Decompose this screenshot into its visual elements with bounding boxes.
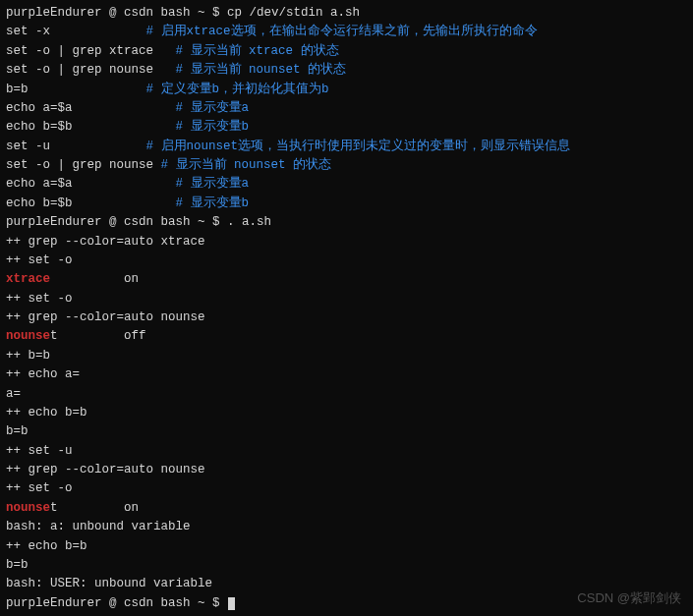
output-line: b=b [6, 422, 687, 441]
script-line: set -o | grep nounse # 显示当前 nounset 的状态 [6, 156, 687, 175]
output-line: ++ set -u [6, 442, 687, 461]
output-line: ++ b=b [6, 347, 687, 365]
watermark: CSDN @紫郢剑侠 [577, 588, 681, 608]
script-line: echo a=$a # 显示变量a [6, 99, 687, 118]
script-line: set -x # 启用xtrace选项，在输出命令运行结果之前，先输出所执行的命… [6, 23, 687, 41]
grep-match-line: nounset off [6, 327, 687, 346]
output-line: ++ echo b=b [6, 537, 687, 556]
script-line: set -o | grep xtrace # 显示当前 xtrace 的状态 [6, 42, 687, 61]
terminal-output: purpleEndurer @ csdn bash ~ $ cp /dev/st… [6, 4, 687, 613]
script-line: set -u # 启用nounset选项，当执行时使用到未定义过的变量时，则显示… [6, 138, 687, 156]
cursor-icon [228, 597, 235, 610]
output-line: ++ grep --color=auto nounse [6, 308, 687, 327]
output-line: ++ echo b=b [6, 404, 687, 422]
output-line: ++ echo a= [6, 365, 687, 384]
script-line: b=b # 定义变量b，并初始化其值为b [6, 81, 687, 99]
script-line: echo a=$a # 显示变量a [6, 175, 687, 194]
script-line: echo b=$b # 显示变量b [6, 118, 687, 137]
output-line: ++ set -o [6, 290, 687, 308]
output-line: a= [6, 385, 687, 404]
prompt-line-2: purpleEndurer @ csdn bash ~ $ . a.sh [6, 213, 687, 232]
output-line: b=b [6, 556, 687, 575]
output-line: ++ set -o [6, 252, 687, 270]
grep-match-line: nounset on [6, 499, 687, 518]
output-line: ++ grep --color=auto nounse [6, 461, 687, 479]
output-line: ++ grep --color=auto xtrace [6, 233, 687, 252]
script-line: echo b=$b # 显示变量b [6, 195, 687, 213]
prompt-line-1: purpleEndurer @ csdn bash ~ $ cp /dev/st… [6, 4, 687, 23]
script-line: set -o | grep nounse # 显示当前 nounset 的状态 [6, 61, 687, 80]
output-line: bash: a: unbound variable [6, 518, 687, 536]
output-line: ++ set -o [6, 479, 687, 498]
grep-match-line: xtrace on [6, 270, 687, 289]
